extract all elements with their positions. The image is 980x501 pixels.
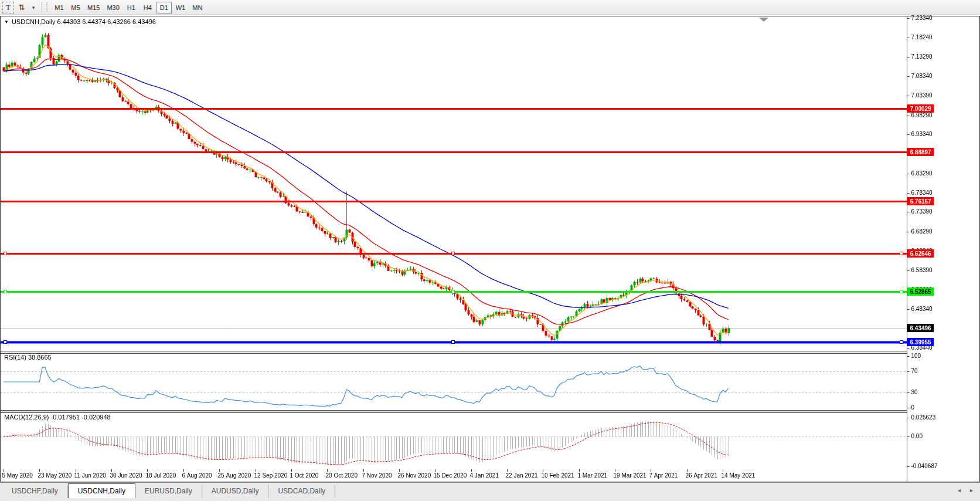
- timeframe-button-w1[interactable]: W1: [173, 2, 189, 13]
- timeframe-button-h4[interactable]: H4: [140, 2, 155, 13]
- style-dropdown-button[interactable]: ▾: [29, 2, 38, 13]
- tab-scroll-right-icon[interactable]: ►: [969, 488, 974, 493]
- timeframe-toolbar-grip: [46, 2, 49, 13]
- price-chart-canvas[interactable]: [0, 15, 980, 482]
- timeframe-button-m5[interactable]: M5: [68, 2, 83, 13]
- chart-tab-audusd[interactable]: AUDUSD,Daily: [202, 485, 269, 498]
- chart-title: ▼ USDCNH,Daily 6.44303 6.44374 6.43266 6…: [4, 18, 156, 25]
- style-arrows-icon: ⇅: [19, 3, 25, 12]
- chart-tab-usdchf[interactable]: USDCHF,Daily: [2, 485, 68, 498]
- top-toolbar: T ⇅ ▾ M1M5M15M30H1H4D1W1MN: [0, 0, 980, 15]
- chart-dropdown-icon[interactable]: ▼: [4, 19, 9, 25]
- toolbar-separator: [42, 2, 42, 13]
- timeframe-toolbar: M1M5M15M30H1H4D1W1MN: [51, 2, 206, 13]
- timeframe-button-h1[interactable]: H1: [124, 2, 139, 13]
- chart-tab-usdcnh[interactable]: USDCNH,Daily: [68, 483, 135, 498]
- timeframe-button-mn[interactable]: MN: [189, 2, 205, 13]
- chart-tab-bar: USDCHF,DailyUSDCNH,DailyEURUSD,DailyAUDU…: [0, 482, 980, 501]
- timeframe-button-m1[interactable]: M1: [52, 2, 67, 13]
- style-tool-button[interactable]: ⇅: [15, 2, 28, 13]
- chevron-down-icon: ▾: [32, 5, 35, 11]
- chart-tabs: USDCHF,DailyUSDCNH,DailyEURUSD,DailyAUDU…: [0, 483, 980, 498]
- tab-scroll-left-icon[interactable]: ◄: [957, 488, 962, 493]
- macd-indicator-label: MACD(12,26,9) -0.017951 -0.020948: [4, 414, 111, 421]
- rsi-indicator-label: RSI(14) 38.8665: [4, 354, 52, 361]
- chart-window: ▼ USDCNH,Daily 6.44303 6.44374 6.43266 6…: [0, 15, 980, 482]
- tab-scroll-arrows: ◄ ►: [957, 488, 974, 493]
- chart-tab-usdcad[interactable]: USDCAD,Daily: [268, 485, 335, 498]
- chart-tab-eurusd[interactable]: EURUSD,Daily: [135, 485, 202, 498]
- chart-title-text: USDCNH,Daily 6.44303 6.44374 6.43266 6.4…: [12, 18, 156, 25]
- timeframe-button-m15[interactable]: M15: [84, 2, 103, 13]
- timeframe-button-d1[interactable]: D1: [156, 2, 172, 13]
- timeframe-button-m30[interactable]: M30: [104, 2, 122, 13]
- text-tool-button[interactable]: T: [2, 2, 14, 13]
